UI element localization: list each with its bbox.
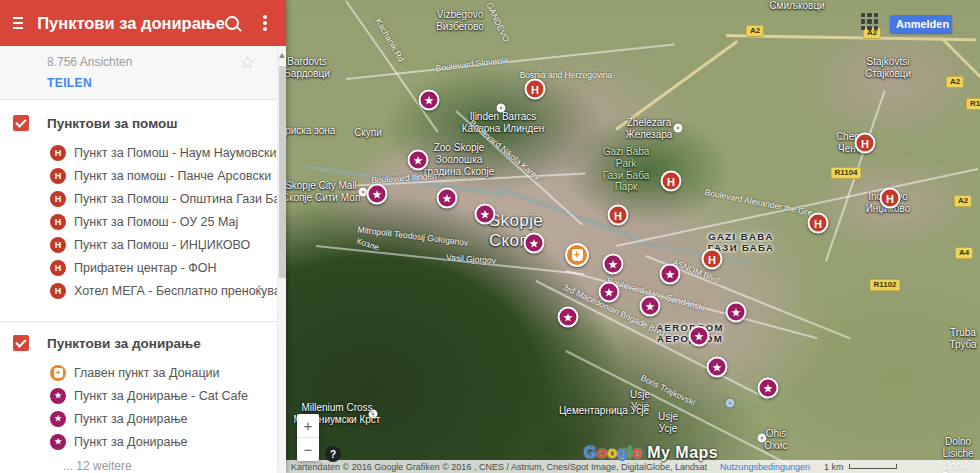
map-marker[interactable]: [640, 296, 661, 317]
map-marker[interactable]: [367, 184, 388, 205]
map-marker[interactable]: [726, 302, 747, 323]
layer-item-list: Пункт за Помош - Наум Наумовски Б... Пун…: [0, 141, 277, 302]
map-marker[interactable]: [608, 205, 629, 226]
layer-title: Пунктови за донирање: [47, 336, 201, 351]
map-marker[interactable]: [419, 90, 440, 111]
scale-label: 1 km: [824, 462, 844, 472]
list-item-label: Пункт за Помош - ИНЏИКОВО: [74, 238, 250, 252]
layer-title: Пунктови за помош: [47, 116, 177, 131]
map-marker[interactable]: [475, 204, 496, 225]
sidebar-header: Пунктови за донирање: [0, 0, 286, 46]
list-item[interactable]: Пункт за Донирање: [0, 407, 277, 430]
map-marker[interactable]: [599, 282, 620, 303]
map-info-panel: 8.756 Ansichten ☆ TEILEN: [0, 46, 277, 100]
help-marker-icon: [50, 145, 66, 161]
google-logo: Google: [584, 444, 642, 461]
help-marker-icon: [50, 191, 66, 207]
app-root: Пунктови за донирање 8.756 Ansichten ☆ T…: [0, 0, 980, 473]
signin-button[interactable]: Anmelden: [890, 15, 952, 33]
favorite-star-icon[interactable]: ☆: [240, 52, 255, 73]
donate-marker-icon: [50, 388, 66, 404]
map-marker[interactable]: [689, 326, 710, 347]
map-marker[interactable]: [758, 378, 779, 399]
help-button[interactable]: ?: [325, 446, 341, 462]
map-marker[interactable]: [707, 357, 728, 378]
map-marker[interactable]: [565, 243, 589, 267]
scrollbar-up-arrow[interactable]: [279, 53, 285, 58]
layer-item-list: Главен пункт за Донации Пункт за Донирањ…: [0, 361, 277, 453]
list-item[interactable]: Прифатен центар - ФОН: [0, 256, 277, 279]
list-item[interactable]: Пункт за Донирање: [0, 430, 277, 453]
map-marker[interactable]: [525, 79, 546, 100]
map-marker[interactable]: [702, 249, 723, 270]
map-marker[interactable]: [880, 188, 901, 209]
list-item[interactable]: Главен пункт за Донации: [0, 361, 277, 384]
google-apps-grid-icon[interactable]: [861, 13, 878, 30]
zoom-control: + −: [297, 414, 319, 461]
list-item[interactable]: Пункт за Помош - ОУ 25 Мај: [0, 210, 277, 233]
list-item-label: Пункт за помош - Панче Арсовски: [74, 169, 271, 183]
search-icon[interactable]: [225, 16, 239, 30]
list-item-label: Главен пункт за Донации: [74, 366, 220, 380]
list-item-label: Пункт за Помош - ОУ 25 Мај: [74, 215, 238, 229]
list-item[interactable]: Хотел МЕГА - Бесплатно преноќување: [0, 279, 277, 302]
sidebar: Пунктови за донирање 8.756 Ansichten ☆ T…: [0, 0, 286, 473]
scale-bar: [849, 464, 897, 469]
list-item[interactable]: Пункт за Помош - Општина Гази Баба: [0, 187, 277, 210]
menu-icon[interactable]: [13, 14, 23, 32]
donate-marker-icon: [50, 434, 66, 450]
layers-panel: Пунктови за помош Пункт за Помош - Наум …: [0, 100, 277, 473]
map-marker[interactable]: [808, 213, 829, 234]
terms-link[interactable]: Nutzungsbedingungen: [720, 462, 810, 472]
list-item[interactable]: Пункт за Донирање - Cat Cafe: [0, 384, 277, 407]
zoom-in-button[interactable]: +: [297, 414, 319, 438]
map-marker[interactable]: [408, 150, 429, 171]
map-marker[interactable]: [661, 171, 682, 192]
map-marker[interactable]: [524, 233, 545, 254]
help-marker-icon: [50, 283, 66, 299]
list-item-label: Пункт за Помош - Општина Гази Баба: [74, 192, 277, 206]
list-item[interactable]: Пункт за Помош - Наум Наумовски Б...: [0, 141, 277, 164]
list-item-label: Пункт за Помош - Наум Наумовски Б...: [74, 146, 277, 160]
layer-checkbox[interactable]: [13, 335, 29, 351]
map-marker[interactable]: [437, 188, 458, 209]
show-more-link[interactable]: ... 12 weitere: [0, 453, 277, 473]
layer-header: Пунктови за помош: [0, 100, 277, 137]
list-item-label: Пункт за Донирање: [74, 412, 188, 426]
list-item[interactable]: Пункт за помош - Панче Арсовски: [0, 164, 277, 187]
map-title: Пунктови за донирање: [37, 14, 225, 33]
list-item-label: Пункт за Донирање: [74, 435, 188, 449]
share-link[interactable]: TEILEN: [47, 76, 92, 90]
map-marker[interactable]: [603, 254, 624, 275]
zoom-out-button[interactable]: −: [297, 438, 319, 461]
overflow-menu-icon[interactable]: [263, 13, 267, 33]
list-item-label: Хотел МЕГА - Бесплатно преноќување: [74, 284, 277, 298]
help-marker-icon: [50, 260, 66, 276]
layer-section-donate: Пунктови за донирање Главен пункт за Дон…: [0, 322, 277, 473]
scale-control: 1 km: [824, 462, 897, 472]
map-canvas[interactable]: СмиљковциVizbegovo ВизбеговоBardovts Бар…: [286, 0, 980, 473]
google-my-maps-logo: GoogleMy Maps: [584, 444, 718, 462]
layer-section-help: Пунктови за помош Пункт за Помош - Наум …: [0, 100, 277, 322]
layer-header: Пунктови за донирање: [0, 322, 277, 357]
help-marker-icon: [50, 237, 66, 253]
layer-checkbox[interactable]: [13, 115, 29, 131]
map-marker[interactable]: [558, 307, 579, 328]
scrollbar-thumb[interactable]: [279, 66, 286, 278]
help-marker-icon: [50, 214, 66, 230]
help-marker-icon: [50, 168, 66, 184]
map-marker[interactable]: [660, 264, 681, 285]
donate-marker-icon: [50, 365, 66, 381]
mymaps-logo-text: My Maps: [647, 444, 718, 461]
list-item-label: Пункт за Донирање - Cat Cafe: [74, 389, 248, 403]
attribution-text: Kartendaten © 2016 Google Grafiken © 201…: [291, 462, 707, 472]
list-item[interactable]: Пункт за Помош - ИНЏИКОВО: [0, 233, 277, 256]
sidebar-scrollbar[interactable]: [277, 46, 286, 473]
list-item-label: Прифатен центар - ФОН: [74, 261, 217, 275]
donate-marker-icon: [50, 411, 66, 427]
map-marker[interactable]: [855, 133, 876, 154]
